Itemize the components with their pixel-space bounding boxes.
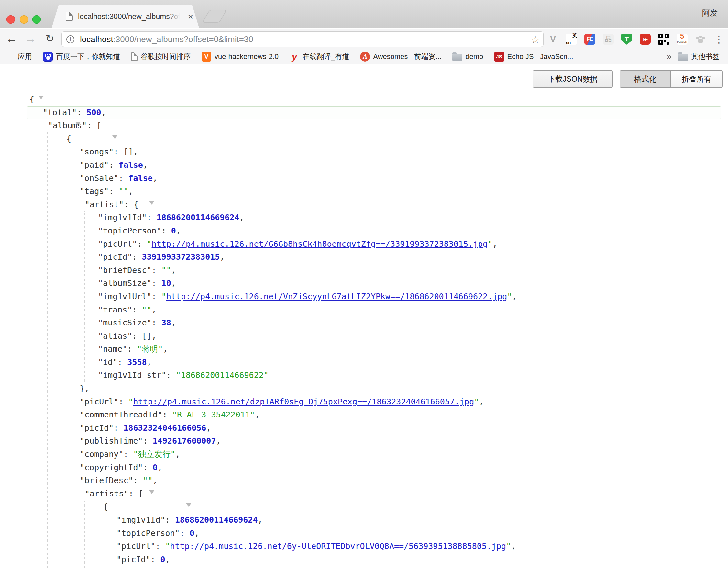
json-token: 38 (161, 318, 171, 328)
json-token: , (171, 318, 176, 328)
json-url-link[interactable]: http://p4.music.126.net/G6Gb8hsCk4h8oemc… (152, 239, 488, 249)
bookmark-item[interactable]: AAwesomes - 前端资... (360, 52, 441, 61)
url-text[interactable]: localhost:3000/new_albums?offset=0&limit… (80, 34, 253, 44)
folder-icon (452, 54, 462, 61)
json-token: "" (161, 265, 171, 275)
json-line: "topicPerson": 0, (0, 527, 728, 540)
json-line: }, (0, 382, 728, 395)
bookmark-item[interactable]: 谷歌按时间排序 (131, 52, 191, 61)
json-token: "picId" (116, 555, 150, 564)
json-token: : (118, 173, 128, 183)
json-token: : (147, 213, 157, 222)
doc-icon (131, 52, 138, 61)
qrcode-icon[interactable] (658, 34, 669, 45)
json-token: , (152, 305, 157, 315)
json-token: 0 (153, 463, 158, 472)
json-line: "commentThreadId": "R_AL_3_35422011", (0, 408, 728, 422)
json-token: : (109, 186, 118, 196)
h5player-icon[interactable]: 5PLAYER (677, 34, 688, 45)
json-token: : (132, 305, 142, 315)
json-line: "albumSize": 10, (0, 277, 728, 290)
json-token: "img1v1Id_str" (98, 371, 166, 380)
json-token: "picUrl" (98, 239, 137, 249)
tab-title-fade (168, 11, 183, 23)
json-token: "albumSize" (98, 278, 152, 288)
json-line: "copyrightId": 0, (0, 461, 728, 474)
sitemap-icon[interactable]: 品 (603, 34, 614, 45)
json-token: , (512, 292, 517, 301)
vue-devtools-icon[interactable]: V (547, 34, 558, 45)
bookmark-star-icon[interactable]: ☆ (531, 33, 540, 46)
json-token: : (152, 265, 161, 275)
bookmark-item[interactable]: 应用 (6, 52, 32, 61)
translate-icon[interactable] (566, 34, 577, 45)
json-token: 0 (190, 529, 194, 538)
shield-icon[interactable]: T (621, 34, 632, 45)
grid-icon (6, 52, 15, 61)
json-token: 1492617600007 (153, 436, 216, 446)
bookmark-item[interactable]: demo (452, 52, 483, 61)
json-token: : (77, 108, 86, 117)
new-tab-button[interactable] (202, 10, 227, 23)
json-token: "img1v1Url" (98, 292, 152, 301)
other-bookmarks-folder[interactable]: 其他书签 (678, 52, 720, 61)
json-line: "briefDesc": "", (0, 474, 728, 487)
json-token: 18686200114669624 (175, 515, 258, 525)
json-line: { (0, 93, 728, 106)
window-close-button[interactable] (6, 15, 15, 24)
reload-button[interactable]: ↻ (43, 29, 57, 49)
bookmarks-overflow-icon[interactable]: » (667, 51, 672, 61)
bookmark-item[interactable]: JSEcho JS - JavaScri... (494, 52, 573, 61)
tab-title: localhost:3000/new_albums?of (78, 12, 182, 22)
json-url-link[interactable]: http://p4.music.126.net/dzpIARf0sEg_Dj75… (133, 397, 474, 407)
window-minimize-button[interactable] (20, 15, 28, 24)
json-line: "company": "独立发行", (0, 448, 728, 461)
json-token: "commentThreadId" (80, 410, 162, 419)
site-info-icon[interactable]: i (66, 35, 74, 43)
json-rows: {"total": 500,"albums": [{"songs": [],"p… (0, 93, 728, 566)
json-token: : (114, 423, 123, 433)
bookmarks-list: 应用百度一下，你就知道谷歌按时间排序Vvue-hackernews-2.0y在线… (0, 52, 667, 61)
json-token: , (101, 108, 106, 117)
bookmark-item[interactable]: y在线翻译_有道 (290, 52, 349, 61)
browser-tab[interactable]: localhost:3000/new_albums?of × (51, 5, 199, 28)
json-url-link[interactable]: http://p4.music.126.net/6y-UleORITEDbvrO… (170, 541, 506, 551)
paw-icon[interactable] (695, 34, 706, 45)
json-token: "paid" (80, 160, 109, 170)
json-token: " (506, 541, 511, 551)
json-token: , (206, 423, 211, 433)
youdao-icon: y (290, 52, 299, 61)
json-url-link[interactable]: http://p4.music.126.net/VnZiScyynLG7atLI… (166, 292, 507, 301)
url-host: localhost (80, 34, 113, 44)
json-token: : (133, 476, 143, 485)
json-line: "trans": "", (0, 304, 728, 317)
fe-icon[interactable]: FE (584, 34, 595, 45)
json-token: , (153, 173, 158, 183)
baidu-icon (43, 52, 53, 61)
json-token: false (128, 173, 153, 183)
awesome-icon: A (360, 52, 370, 61)
bookmark-item[interactable]: 百度一下，你就知道 (43, 52, 120, 61)
bookmark-label: demo (465, 52, 483, 61)
json-token: : (117, 358, 127, 367)
json-token: , (220, 252, 225, 262)
tab-close-icon[interactable]: × (185, 11, 196, 23)
page-favicon-icon (66, 12, 73, 21)
json-line: "picId": 3391993372383015, (0, 250, 728, 264)
menu-icon[interactable]: ⋮ (713, 34, 724, 45)
window-zoom-button[interactable] (32, 15, 41, 24)
json-token: : [], (132, 331, 156, 341)
json-token: "" (143, 476, 153, 485)
json-token: "picUrl" (116, 541, 155, 551)
json-token: : [ (87, 121, 101, 130)
back-button[interactable]: ← (5, 29, 19, 49)
address-bar[interactable]: i localhost:3000/new_albums?offset=0&lim… (61, 31, 544, 47)
profile-name[interactable]: 阿发 (702, 8, 718, 18)
json-token: "topicPerson" (116, 529, 180, 538)
video-icon[interactable]: ▶▶ (640, 34, 651, 45)
bookmark-item[interactable]: Vvue-hackernews-2.0 (202, 52, 279, 61)
json-token: "" (142, 305, 151, 315)
json-token: { (66, 134, 71, 143)
json-token: 3391993372383015 (142, 252, 220, 262)
bookmarks-bar: 应用百度一下，你就知道谷歌按时间排序Vvue-hackernews-2.0y在线… (0, 49, 728, 64)
